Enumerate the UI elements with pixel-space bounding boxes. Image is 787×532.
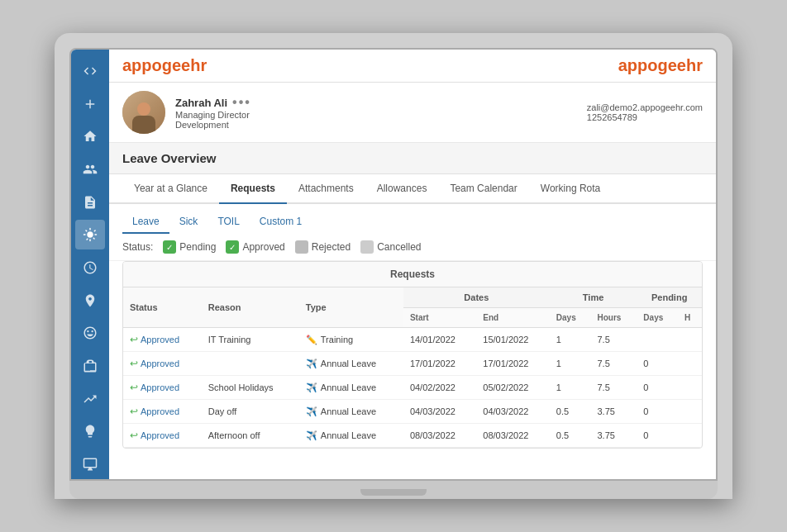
col-hours: Hours bbox=[590, 308, 637, 328]
col-start: Start bbox=[403, 308, 476, 328]
user-dots[interactable]: ••• bbox=[232, 95, 251, 110]
cell-pending-days: 0 bbox=[637, 424, 678, 448]
sub-tab-leave[interactable]: Leave bbox=[122, 211, 169, 234]
cell-type: ✈️Annual Leave bbox=[299, 400, 403, 424]
user-info: Zahrah Ali ••• Managing Director Develop… bbox=[175, 95, 560, 130]
cell-hours: 3.75 bbox=[590, 400, 637, 424]
cell-days: 1 bbox=[550, 352, 591, 376]
user-phone: 1252654789 bbox=[587, 112, 703, 122]
user-email: zali@demo2.appogeehr.com bbox=[587, 102, 703, 112]
tab-allowances[interactable]: Allowances bbox=[365, 174, 439, 204]
tab-year-at-a-glance[interactable]: Year at a Glance bbox=[122, 174, 219, 204]
col-end: End bbox=[476, 308, 549, 328]
cell-type: ✏️Training bbox=[299, 328, 403, 352]
sidebar-icon-sun[interactable] bbox=[75, 220, 105, 249]
tab-team-calendar[interactable]: Team Calendar bbox=[438, 174, 528, 204]
status-text: Approved bbox=[141, 335, 179, 344]
cell-end: 04/03/2022 bbox=[476, 400, 549, 424]
filter-approved[interactable]: ✓ Approved bbox=[226, 240, 284, 254]
cell-end: 08/03/2022 bbox=[476, 424, 549, 448]
tab-requests[interactable]: Requests bbox=[219, 174, 287, 204]
approved-label: Approved bbox=[242, 241, 284, 253]
cell-days: 0.5 bbox=[550, 424, 591, 448]
sidebar-icon-document[interactable] bbox=[75, 188, 105, 217]
cell-days: 0.5 bbox=[550, 400, 591, 424]
cell-end: 05/02/2022 bbox=[476, 376, 549, 400]
status-text: Approved bbox=[141, 430, 179, 440]
sub-tab-toil[interactable]: TOIL bbox=[207, 211, 249, 234]
sidebar-icon-chart[interactable] bbox=[75, 384, 105, 414]
table-wrapper: Requests Status Reason Type Dates Time P… bbox=[122, 261, 703, 449]
rejected-label: Rejected bbox=[312, 241, 351, 253]
user-title: Managing Director bbox=[175, 110, 560, 120]
sidebar-icon-briefcase[interactable] bbox=[75, 351, 105, 381]
main-content: appogeehr appogeehr bbox=[109, 50, 716, 479]
sub-tab-custom1[interactable]: Custom 1 bbox=[250, 211, 312, 234]
sidebar-icon-person[interactable] bbox=[75, 154, 105, 184]
tab-working-rota[interactable]: Working Rota bbox=[529, 174, 612, 204]
cell-hours: 7.5 bbox=[590, 352, 637, 376]
sidebar-icon-monitor[interactable] bbox=[75, 449, 105, 479]
cell-reason: School Holidays bbox=[202, 376, 299, 400]
status-text: Approved bbox=[141, 359, 179, 368]
sidebar-icon-plus[interactable] bbox=[75, 89, 105, 119]
filter-rejected[interactable]: Rejected bbox=[295, 240, 351, 254]
user-contact: zali@demo2.appogeehr.com 1252654789 bbox=[587, 102, 703, 122]
cancelled-label: Cancelled bbox=[377, 241, 421, 253]
cell-pending-hours bbox=[678, 424, 702, 448]
col-group-dates: Dates bbox=[403, 287, 550, 308]
cell-type: ✈️Annual Leave bbox=[299, 424, 403, 448]
cell-reason bbox=[202, 352, 299, 376]
cell-start: 08/03/2022 bbox=[403, 424, 476, 448]
avatar bbox=[122, 91, 165, 134]
cell-type: ✈️Annual Leave bbox=[299, 352, 403, 376]
tab-attachments[interactable]: Attachments bbox=[287, 174, 365, 204]
sub-tab-sick[interactable]: Sick bbox=[169, 211, 208, 234]
cell-pending-days: 0 bbox=[637, 352, 678, 376]
col-type: Type bbox=[299, 287, 403, 328]
cell-reason: Afternoon off bbox=[202, 424, 299, 448]
sidebar-icon-bulb[interactable] bbox=[75, 417, 105, 447]
cell-status: ↩ Approved bbox=[123, 400, 202, 424]
cell-hours: 3.75 bbox=[590, 424, 637, 448]
cell-start: 14/01/2022 bbox=[403, 328, 476, 352]
cell-pending-days: 0 bbox=[637, 400, 678, 424]
user-dept: Development bbox=[175, 120, 560, 130]
col-group-time: Time bbox=[550, 287, 637, 308]
user-name-text: Zahrah Ali bbox=[175, 97, 227, 109]
sidebar bbox=[71, 50, 109, 479]
col-reason: Reason bbox=[202, 287, 299, 328]
col-pending-hours: H bbox=[678, 308, 702, 328]
cell-type: ✈️Annual Leave bbox=[299, 376, 403, 400]
sidebar-icon-clock[interactable] bbox=[75, 253, 105, 283]
col-days: Days bbox=[550, 308, 591, 328]
status-text: Approved bbox=[141, 382, 179, 392]
sidebar-icon-smiley[interactable] bbox=[75, 319, 105, 349]
table-section-title: Requests bbox=[123, 262, 702, 287]
filter-pending[interactable]: ✓ Pending bbox=[163, 240, 216, 254]
table-row: ↩ Approved ✈️Annual Leave 17/01/2022 17/… bbox=[123, 352, 702, 376]
main-tabs: Year at a Glance Requests Attachments Al… bbox=[109, 174, 716, 204]
cell-status: ↩ Approved bbox=[123, 424, 202, 448]
col-status: Status bbox=[123, 287, 202, 328]
sidebar-icon-location[interactable] bbox=[75, 286, 105, 316]
status-filter: Status: ✓ Pending ✓ Approved Rejected bbox=[109, 234, 716, 261]
table-row: ↩ Approved Afternoon off ✈️Annual Leave … bbox=[123, 424, 702, 448]
status-check-icon: ↩ bbox=[130, 430, 138, 441]
check-approved-icon: ✓ bbox=[226, 240, 239, 254]
sub-tabs: Leave Sick TOIL Custom 1 bbox=[109, 204, 716, 234]
cell-start: 17/01/2022 bbox=[403, 352, 476, 376]
cell-days: 1 bbox=[550, 376, 591, 400]
top-header: appogeehr appogeehr bbox=[109, 50, 716, 83]
cell-pending-hours bbox=[678, 328, 702, 352]
col-pending-days: Days bbox=[637, 308, 678, 328]
status-check-icon: ↩ bbox=[130, 334, 138, 345]
sidebar-icon-code[interactable] bbox=[75, 56, 105, 86]
sidebar-icon-home[interactable] bbox=[75, 121, 105, 151]
filter-cancelled[interactable]: Cancelled bbox=[360, 240, 421, 254]
status-check-icon: ↩ bbox=[130, 406, 138, 417]
cell-pending-days bbox=[637, 328, 678, 352]
cell-status: ↩ Approved bbox=[123, 376, 202, 400]
requests-table: Status Reason Type Dates Time Pending St… bbox=[123, 287, 702, 448]
cell-status: ↩ Approved bbox=[123, 352, 202, 376]
